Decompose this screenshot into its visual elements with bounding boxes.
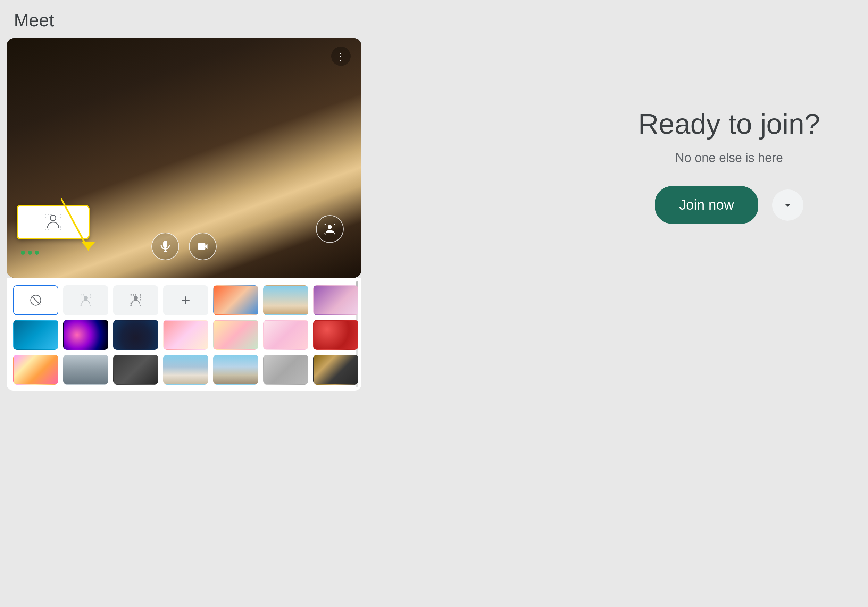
camera-button[interactable] [189,232,217,260]
svg-point-30 [135,294,136,296]
bg-item-nebula[interactable] [63,320,108,350]
heavy-blur-icon [128,293,143,308]
svg-point-1 [45,214,46,215]
svg-point-28 [130,294,132,296]
svg-point-3 [50,214,52,215]
bg-item-desert[interactable] [113,355,158,384]
svg-line-17 [334,233,335,234]
more-options-icon: ⋮ [336,51,346,62]
bg-item-ocean[interactable] [13,320,58,350]
svg-point-7 [45,229,46,231]
svg-point-6 [60,217,62,218]
bg-item-library[interactable] [313,355,358,384]
svg-point-10 [60,226,62,228]
dot-2 [28,251,32,255]
video-more-options-button[interactable]: ⋮ [331,46,351,66]
svg-point-35 [130,302,132,304]
svg-point-24 [90,297,91,298]
svg-point-9 [60,229,62,231]
svg-point-23 [90,294,91,295]
slight-blur-icon [78,293,93,308]
bg-item-flowers[interactable] [163,320,208,350]
svg-point-36 [140,305,141,306]
svg-line-16 [325,233,326,234]
svg-point-26 [90,305,91,306]
svg-point-33 [140,299,141,300]
camera-icon [197,240,209,252]
svg-point-32 [140,296,141,298]
svg-line-14 [325,224,326,225]
no-one-text: No one else is here [675,151,783,165]
microphone-button[interactable] [151,232,179,260]
chevron-down-icon [781,198,795,212]
svg-point-8 [48,229,49,231]
svg-point-29 [133,294,134,296]
background-panel: + [7,278,361,391]
svg-point-4 [45,217,46,218]
bg-item-oil-rig[interactable] [213,355,258,384]
more-options-dots[interactable] [21,251,39,255]
bg-row-1: + [13,285,355,315]
bg-item-red-dots[interactable] [313,320,358,350]
no-effect-icon [29,293,43,307]
svg-line-15 [334,224,335,225]
bg-item-fireworks[interactable] [113,320,158,350]
svg-point-27 [134,296,138,300]
join-buttons-container: Join now [655,186,803,224]
bg-row-3 [13,355,355,384]
bg-item-corridor[interactable] [63,355,108,384]
present-options-button[interactable] [772,189,803,221]
visual-effects-icon [324,223,336,235]
svg-point-0 [50,215,56,221]
svg-point-31 [140,294,141,296]
app-title: Meet [14,10,54,31]
bg-item-confetti[interactable] [13,355,58,384]
visual-effects-button[interactable] [316,215,344,243]
bg-item-heavy-blur[interactable] [113,285,158,315]
add-icon: + [181,293,190,308]
svg-point-25 [81,305,82,306]
bg-row-2 [13,320,355,350]
svg-line-19 [31,296,40,304]
controls-bar [7,232,361,260]
svg-point-34 [130,305,132,306]
microphone-icon [159,240,172,252]
video-preview: ⋮ [7,38,361,278]
svg-point-22 [83,294,84,295]
svg-point-2 [48,214,49,215]
bg-item-add[interactable]: + [163,285,208,315]
background-effect-icon [42,211,64,233]
svg-point-21 [81,294,82,295]
bg-item-sunset[interactable] [213,285,258,315]
bg-item-sky[interactable] [263,285,308,315]
ready-title: Ready to join? [638,108,820,140]
dot-1 [21,251,25,255]
svg-point-20 [84,296,88,300]
right-panel: Ready to join? No one else is here Join … [590,38,868,224]
dot-3 [35,251,39,255]
svg-point-5 [60,214,62,215]
bg-item-purple[interactable] [313,285,358,315]
bg-item-slight-blur[interactable] [63,285,108,315]
bg-item-pink-soft[interactable] [263,320,308,350]
bg-item-no-effect[interactable] [13,285,58,315]
bg-item-office[interactable] [263,355,308,384]
bg-item-cherry[interactable] [213,320,258,350]
join-now-button[interactable]: Join now [655,186,758,224]
bg-item-mountains[interactable] [163,355,208,384]
